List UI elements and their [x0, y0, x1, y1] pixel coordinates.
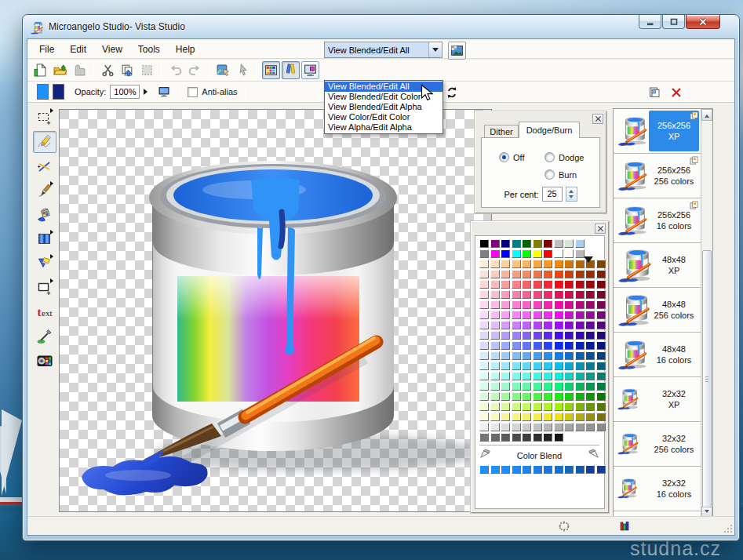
palette-swatch[interactable]: [501, 351, 510, 360]
palette-swatch[interactable]: [501, 372, 510, 380]
blend-swatch[interactable]: [479, 465, 489, 474]
maximize-button[interactable]: [662, 15, 685, 29]
palette-swatch[interactable]: [501, 321, 510, 329]
palette-swatch[interactable]: [564, 351, 574, 360]
palette-swatch[interactable]: [585, 402, 595, 411]
palette-swatch[interactable]: [564, 249, 574, 258]
palette-swatch[interactable]: [543, 433, 552, 442]
pointer-button[interactable]: [234, 61, 252, 79]
palette-swatch[interactable]: [554, 280, 563, 289]
palette-swatch[interactable]: [554, 382, 563, 391]
palette-swatch[interactable]: [512, 311, 521, 319]
palette-swatch[interactable]: [512, 260, 521, 268]
palette-swatch[interactable]: [512, 392, 521, 401]
palette-swatch[interactable]: [575, 260, 585, 268]
palette-swatch[interactable]: [554, 372, 563, 380]
palette-swatch[interactable]: [522, 402, 531, 411]
palette-swatch[interactable]: [575, 239, 585, 248]
palette-swatch[interactable]: [533, 311, 542, 319]
palette-swatch[interactable]: [501, 249, 510, 258]
palette-swatch[interactable]: [564, 270, 574, 278]
palette-swatch[interactable]: [479, 311, 489, 319]
palette-swatch[interactable]: [543, 341, 552, 350]
palette-swatch[interactable]: [575, 341, 585, 350]
palette-swatch[interactable]: [564, 372, 574, 380]
palette-swatch[interactable]: [501, 413, 510, 421]
palette-swatch[interactable]: [501, 239, 510, 248]
editor-canvas[interactable]: [59, 109, 492, 512]
palette-swatch[interactable]: [585, 341, 595, 350]
palette-swatch[interactable]: [575, 249, 585, 258]
palette-swatch[interactable]: [479, 341, 489, 350]
palette-swatch[interactable]: [596, 270, 606, 278]
palette-swatch[interactable]: [585, 351, 595, 360]
palette-swatch[interactable]: [522, 280, 531, 289]
palette-swatch[interactable]: [596, 321, 606, 329]
palette-swatch[interactable]: [585, 392, 595, 401]
palette-swatch[interactable]: [554, 300, 563, 309]
palette-dropdown-icon[interactable]: [584, 256, 593, 267]
blend-swatch[interactable]: [522, 465, 531, 474]
palette-swatch[interactable]: [490, 290, 500, 299]
palette-swatch[interactable]: [585, 290, 595, 299]
panel-close-button[interactable]: [592, 114, 603, 124]
palette-swatch[interactable]: [575, 392, 585, 401]
palette-swatch[interactable]: [479, 402, 489, 411]
menu-edit[interactable]: Edit: [62, 41, 94, 58]
palette-swatch[interactable]: [522, 341, 531, 350]
palette-swatch[interactable]: [490, 362, 500, 370]
palette-swatch[interactable]: [490, 392, 500, 401]
palette-swatch[interactable]: [533, 433, 542, 442]
palette-swatch[interactable]: [543, 423, 552, 431]
palette-swatch[interactable]: [554, 260, 563, 268]
palette-swatch[interactable]: [596, 331, 606, 340]
palette-swatch[interactable]: [533, 270, 542, 278]
palette-swatch[interactable]: [501, 270, 510, 278]
palette-swatch[interactable]: [554, 402, 563, 411]
palette-swatch[interactable]: [490, 249, 500, 258]
palette-swatch[interactable]: [564, 290, 574, 299]
palette-swatch[interactable]: [564, 402, 574, 411]
palette-swatch[interactable]: [522, 331, 531, 340]
blend-swatch[interactable]: [543, 465, 552, 474]
palette-swatch[interactable]: [522, 423, 531, 431]
palette-swatch[interactable]: [564, 321, 574, 329]
tool-select[interactable]: [33, 107, 56, 129]
palette-swatch[interactable]: [533, 423, 542, 431]
palette-swatch[interactable]: [543, 321, 552, 329]
palette-swatch[interactable]: [585, 311, 595, 319]
palette-swatch[interactable]: [554, 321, 563, 329]
palette-swatch[interactable]: [543, 239, 552, 248]
palette-swatch[interactable]: [554, 331, 563, 340]
combo-dropdown-button[interactable]: [428, 42, 442, 57]
format-item-48x48-256-colors[interactable]: 48x48256 colors: [614, 288, 701, 333]
palette-swatch[interactable]: [501, 392, 510, 401]
palette-swatch[interactable]: [490, 311, 500, 319]
palette-swatch[interactable]: [585, 331, 595, 340]
palette-swatch[interactable]: [554, 290, 563, 299]
tool-rectangle[interactable]: [33, 277, 56, 299]
palette-swatch[interactable]: [564, 382, 574, 391]
palette-swatch[interactable]: [533, 372, 542, 380]
palette-swatch[interactable]: [533, 341, 542, 350]
palette-swatch[interactable]: [533, 300, 542, 309]
palette-swatch[interactable]: [596, 392, 606, 401]
palette-swatch[interactable]: [554, 311, 563, 319]
palette-swatch[interactable]: [512, 270, 521, 278]
palette-swatch[interactable]: [522, 311, 531, 319]
radio-dodge[interactable]: Dodge: [545, 152, 584, 162]
tool-gradient[interactable]: [33, 228, 56, 250]
tool-eraser[interactable]: [33, 253, 56, 275]
format-item-48x48-16-colors[interactable]: 48x4816 colors: [614, 333, 701, 377]
palette-swatch[interactable]: [490, 382, 500, 391]
palette-swatch[interactable]: [512, 280, 521, 289]
palette-swatch[interactable]: [512, 290, 521, 299]
percent-spinner[interactable]: [566, 187, 577, 202]
primary-color-swatch[interactable]: [37, 84, 49, 100]
screen-color-button[interactable]: [301, 61, 319, 79]
palette-swatch[interactable]: [512, 433, 521, 442]
palette-swatch[interactable]: [596, 260, 606, 268]
palette-swatch[interactable]: [564, 362, 574, 370]
palette-swatch[interactable]: [543, 270, 552, 278]
palette-swatch[interactable]: [543, 290, 552, 299]
